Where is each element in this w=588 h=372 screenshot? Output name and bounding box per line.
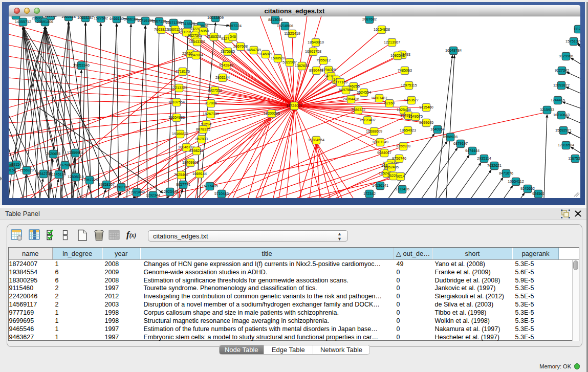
svg-text:8678335: 8678335 [196, 127, 210, 132]
svg-text:16033809: 16033809 [207, 16, 224, 20]
svg-text:6497568: 6497568 [339, 87, 353, 92]
svg-text:10807487: 10807487 [371, 96, 387, 100]
svg-text:18807249: 18807249 [372, 140, 388, 144]
svg-text:12213389: 12213389 [171, 85, 187, 90]
svg-text:7986322: 7986322 [351, 107, 365, 112]
svg-text:2020655: 2020655 [46, 151, 60, 156]
svg-text:14055712: 14055712 [15, 19, 31, 24]
svg-text:1065328: 1065328 [61, 16, 76, 19]
svg-text:1733426: 1733426 [395, 187, 409, 191]
svg-text:12213967: 12213967 [384, 40, 400, 45]
svg-text:19654923: 19654923 [400, 128, 416, 133]
svg-text:14136141: 14136141 [372, 183, 388, 188]
svg-text:12923448: 12923448 [128, 190, 145, 194]
svg-text:12923448: 12923448 [162, 189, 178, 194]
svg-text:172342: 172342 [363, 191, 376, 196]
svg-text:18107554: 18107554 [168, 100, 185, 104]
svg-text:10719155: 10719155 [137, 18, 154, 23]
svg-text:17016504: 17016504 [558, 143, 574, 147]
svg-text:12093872: 12093872 [553, 83, 570, 87]
svg-text:9463627: 9463627 [404, 98, 419, 102]
svg-text:19384554: 19384554 [308, 138, 324, 142]
svg-text:1549575: 1549575 [408, 114, 423, 119]
svg-text:9242848: 9242848 [219, 63, 233, 68]
svg-text:924565: 924565 [532, 191, 545, 196]
svg-text:2803144: 2803144 [215, 75, 230, 80]
svg-text:19166827: 19166827 [172, 132, 188, 136]
svg-text:165532: 165532 [45, 16, 57, 18]
svg-text:16782759: 16782759 [113, 185, 129, 189]
svg-text:3624554: 3624554 [357, 90, 371, 95]
svg-text:11123: 11123 [574, 27, 580, 31]
svg-text:1092543: 1092543 [390, 53, 405, 58]
svg-text:1167533: 1167533 [568, 156, 580, 161]
svg-text:18409948: 18409948 [182, 160, 199, 165]
svg-text:16210643: 16210643 [553, 113, 570, 117]
svg-text:8813054: 8813054 [268, 17, 282, 22]
svg-text:7955812: 7955812 [316, 58, 331, 62]
svg-text:18640910: 18640910 [308, 40, 324, 45]
svg-text:9474444: 9474444 [465, 148, 480, 153]
svg-text:15692971: 15692971 [555, 128, 572, 133]
svg-text:16961758: 16961758 [305, 49, 321, 54]
svg-text:19654983: 19654983 [168, 115, 185, 120]
svg-text:9115460: 9115460 [419, 105, 433, 110]
svg-text:8186328: 8186328 [207, 34, 221, 39]
svg-text:16648784: 16648784 [445, 48, 462, 53]
svg-text:7857224: 7857224 [227, 24, 242, 28]
svg-text:1145194: 1145194 [52, 172, 66, 177]
svg-text:546: 546 [230, 34, 236, 39]
svg-text:18724007: 18724007 [286, 103, 302, 108]
svg-text:1395061: 1395061 [9, 16, 23, 17]
svg-text:10653287: 10653287 [77, 16, 94, 20]
svg-text:1292344: 1292344 [146, 193, 160, 198]
svg-text:1362615: 1362615 [295, 63, 309, 68]
svg-text:2935114: 2935114 [477, 156, 491, 161]
svg-text:9227342: 9227342 [555, 68, 569, 73]
svg-text:12342757: 12342757 [35, 171, 52, 176]
svg-text:7632621: 7632621 [487, 163, 502, 168]
svg-text:19218506: 19218506 [277, 24, 293, 28]
svg-text:3875685: 3875685 [221, 49, 235, 54]
svg-text:1852485: 1852485 [384, 165, 399, 169]
svg-text:20364436: 20364436 [343, 97, 359, 101]
svg-text:9084067: 9084067 [377, 150, 391, 155]
svg-text:62160: 62160 [384, 101, 395, 105]
svg-text:6794028: 6794028 [321, 68, 336, 72]
svg-text:6466160: 6466160 [110, 16, 124, 21]
svg-text:16154838: 16154838 [374, 27, 390, 32]
svg-text:9777169: 9777169 [333, 80, 347, 84]
svg-text:2367608: 2367608 [233, 44, 248, 49]
svg-text:9756928: 9756928 [396, 144, 410, 148]
svg-text:1669144: 1669144 [192, 171, 207, 176]
svg-text:9214: 9214 [397, 174, 405, 179]
svg-text:9245652: 9245652 [520, 186, 535, 191]
svg-text:1156829: 1156829 [19, 168, 33, 172]
svg-text:1667135: 1667135 [152, 19, 166, 24]
svg-text:1527602: 1527602 [94, 16, 108, 20]
svg-text:20691406: 20691406 [37, 19, 53, 24]
svg-text:15720407: 15720407 [359, 118, 376, 122]
svg-text:18267130: 18267130 [203, 112, 219, 116]
svg-text:8498222: 8498222 [189, 148, 204, 153]
svg-text:7625402: 7625402 [174, 172, 188, 177]
svg-text:16671355: 16671355 [165, 20, 182, 25]
svg-text:12975115: 12975115 [401, 83, 417, 87]
svg-text:19958107: 19958107 [98, 182, 115, 187]
svg-text:8958928: 8958928 [443, 135, 458, 139]
svg-text:6466160: 6466160 [124, 17, 138, 21]
svg-text:9427552: 9427552 [208, 88, 222, 93]
svg-text:6879197: 6879197 [453, 141, 468, 146]
svg-text:2242004: 2242004 [189, 53, 203, 57]
svg-text:9129966: 9129966 [559, 54, 573, 58]
svg-text:17359924: 17359924 [67, 150, 83, 155]
svg-text:29053346: 29053346 [73, 63, 90, 68]
svg-text:1244415: 1244415 [551, 98, 565, 102]
svg-text:5710485: 5710485 [214, 191, 229, 196]
svg-text:317006: 317006 [205, 101, 217, 105]
svg-text:9657771: 9657771 [176, 182, 190, 187]
svg-text:7663822: 7663822 [154, 27, 168, 32]
svg-text:3215933: 3215933 [540, 107, 554, 112]
svg-text:10688609: 10688609 [366, 129, 382, 134]
svg-text:39154: 39154 [9, 168, 16, 172]
